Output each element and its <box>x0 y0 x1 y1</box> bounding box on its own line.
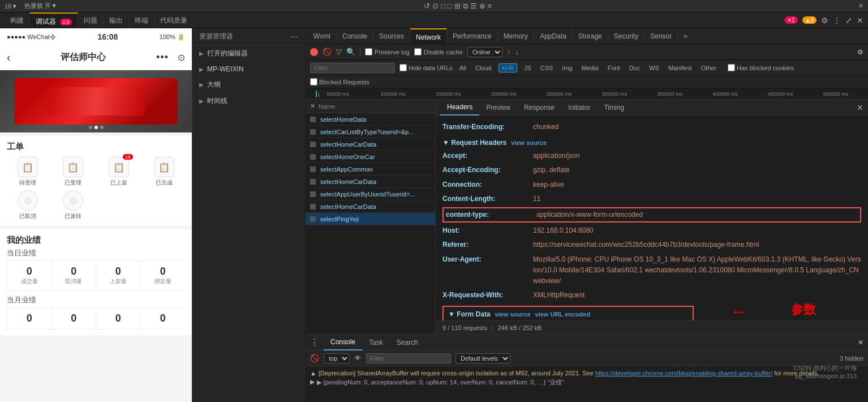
detail-tab-response[interactable]: Response <box>517 100 561 116</box>
close-devtools-icon[interactable]: ✕ <box>857 16 863 25</box>
sidebar-dots-icon[interactable]: ··· <box>291 32 298 42</box>
grid-icon[interactable]: ⊞ <box>454 2 461 10</box>
view-source-link[interactable]: view source <box>511 139 547 146</box>
tab-problems[interactable]: 问题 <box>78 12 104 28</box>
console-filter-input[interactable] <box>366 353 451 363</box>
tab-output[interactable]: 输出 <box>104 12 129 28</box>
menu-icon[interactable]: ≡ <box>488 2 492 10</box>
reload-label[interactable]: 16▼ <box>5 3 18 10</box>
settings-icon[interactable]: ⚙ <box>821 16 828 25</box>
sidebar-item-timeline[interactable]: ▶ 时间线 <box>192 93 305 109</box>
detail-tab-timing[interactable]: Timing <box>597 100 631 116</box>
grid-item-transferred[interactable]: ⊙ 已派转 <box>52 190 94 220</box>
network-item-7[interactable]: selectHomeCarData <box>306 200 435 213</box>
form-view-url-link[interactable]: view URL encoded <box>535 311 591 318</box>
filter-button[interactable]: ▽ <box>336 48 342 56</box>
tab-build[interactable]: 构建 <box>5 12 30 28</box>
search-button[interactable]: 🔍 <box>346 48 355 56</box>
tab-debugger[interactable]: 调试器 2,8 <box>30 12 78 28</box>
phone-record-button[interactable]: ⊙ <box>178 52 185 63</box>
grid-item-completed[interactable]: 📋 已完成 <box>143 157 185 187</box>
console-tab-search[interactable]: Search <box>390 335 425 350</box>
filter-img[interactable]: Img <box>560 64 574 72</box>
refresh-icon[interactable]: ↺ <box>424 2 430 10</box>
close-detail-panel[interactable]: ✕ <box>857 103 863 112</box>
filter-manifest[interactable]: Manifest <box>666 64 694 72</box>
sidebar-item-mp-weixin[interactable]: ▶ MP-WEIXIN <box>192 62 305 76</box>
tab-security[interactable]: Security <box>608 28 644 44</box>
tab-wxml[interactable]: Wxml <box>308 28 337 44</box>
filter-doc[interactable]: Doc <box>627 64 643 72</box>
network-item-4[interactable]: selectAppCommon <box>306 163 435 176</box>
phone-dots-button[interactable]: ••• <box>156 52 169 63</box>
online-select[interactable]: Online <box>467 47 502 57</box>
tab-network[interactable]: Network <box>410 28 447 44</box>
filter-media[interactable]: Media <box>579 64 601 72</box>
network-item-6[interactable]: selectAppUserByUserid?userid=... <box>306 188 435 200</box>
console-dots[interactable]: ⋮ <box>310 337 319 348</box>
filter-cloud[interactable]: Cloud <box>473 64 494 72</box>
grid-item-listed[interactable]: 📋 14 已上架 <box>98 157 140 187</box>
hot-reload-label[interactable]: 热重载 开▼ <box>24 2 57 10</box>
tab-terminal[interactable]: 终端 <box>129 12 154 28</box>
network-item-0[interactable]: selectHomeData <box>306 113 435 126</box>
sidebar-item-outline[interactable]: ▶ 大纲 <box>192 76 305 93</box>
dots-icon[interactable]: ⋮ <box>833 16 841 25</box>
network-item-3[interactable]: selectHomeOneCar <box>306 151 435 163</box>
preserve-log-checkbox[interactable]: Preserve log <box>365 48 410 55</box>
filter-other[interactable]: Other <box>699 64 719 72</box>
hide-data-urls[interactable]: Hide data URLs <box>399 64 453 71</box>
tab-more[interactable]: » <box>678 28 693 44</box>
eye-icon[interactable]: 👁 <box>354 354 362 362</box>
filter-ws[interactable]: WS <box>647 64 661 72</box>
grid-item-accepted[interactable]: 📋 已受理 <box>52 157 94 187</box>
filter-all[interactable]: All <box>457 64 469 72</box>
settings-icon-network[interactable]: ⚙ <box>857 48 863 56</box>
tab-performance[interactable]: Performance <box>447 28 498 44</box>
tab-console[interactable]: Console <box>337 28 373 44</box>
tab-sources[interactable]: Sources <box>373 28 410 44</box>
add-icon[interactable]: ⊕ <box>479 2 485 10</box>
more-icon[interactable]: ☰ <box>470 2 477 10</box>
console-tab-task[interactable]: Task <box>362 335 390 350</box>
network-item-2[interactable]: selectHomeCarData <box>306 138 435 151</box>
grid-item-cancelled[interactable]: ⊙ 已取消 <box>7 190 49 220</box>
filter-js[interactable]: JS <box>522 64 534 72</box>
form-view-source-link[interactable]: view source <box>495 311 531 318</box>
phone-back-button[interactable]: ‹ <box>7 51 11 64</box>
grid-item-pending[interactable]: 📋 待受理 <box>7 157 49 187</box>
tab-storage[interactable]: Storage <box>573 28 608 44</box>
network-item-1[interactable]: selectCarListByType?userid=&p... <box>306 126 435 138</box>
filter-font[interactable]: Font <box>605 64 622 72</box>
filter-input[interactable] <box>310 63 395 73</box>
console-link[interactable]: https://developer.chrome.com/blog/enabli… <box>595 370 772 377</box>
console-tab-console[interactable]: Console <box>324 335 362 350</box>
copy-icon[interactable]: ⧉ <box>463 2 468 11</box>
detail-tab-headers[interactable]: Headers <box>440 100 479 116</box>
record-icon[interactable]: ⊙ <box>432 2 439 10</box>
network-item-8[interactable]: selectPingYeji <box>306 213 435 225</box>
clear-console-icon[interactable]: 🚫 <box>310 354 319 362</box>
blocked-requests-checkbox[interactable]: Blocked Requests <box>310 78 369 85</box>
phone-icon[interactable]: □ <box>441 2 445 10</box>
stop-button[interactable]: 🚫 <box>323 48 332 56</box>
context-select[interactable]: top <box>324 353 350 363</box>
detail-tab-initiator[interactable]: Initiator <box>561 100 597 116</box>
maximize-icon[interactable]: ⤢ <box>845 16 852 25</box>
record-button[interactable] <box>310 48 318 56</box>
levels-select[interactable]: Default levels <box>456 353 510 363</box>
filter-css[interactable]: CSS <box>538 64 556 72</box>
tab-memory[interactable]: Memory <box>498 28 534 44</box>
close-icon[interactable]: ✕ <box>858 2 863 10</box>
tab-sensor[interactable]: Sensor <box>644 28 678 44</box>
sidebar-item-open-editors[interactable]: ▶ 打开的编辑器 <box>192 45 305 62</box>
log-expand-icon[interactable]: ▶ <box>310 378 315 387</box>
blocked-cookies-checkbox[interactable]: Has blocked cookies <box>728 64 794 71</box>
close-detail-icon[interactable]: ✕ <box>310 102 315 110</box>
tablet-icon[interactable]: □ <box>448 2 452 10</box>
tab-code-quality[interactable]: 代码质量 <box>154 12 193 28</box>
filter-xhr[interactable]: XHR <box>499 63 517 72</box>
disable-cache-checkbox[interactable]: Disable cache <box>414 48 463 55</box>
network-item-5[interactable]: selectHomeCarData <box>306 176 435 188</box>
close-console-icon[interactable]: ✕ <box>858 339 863 347</box>
